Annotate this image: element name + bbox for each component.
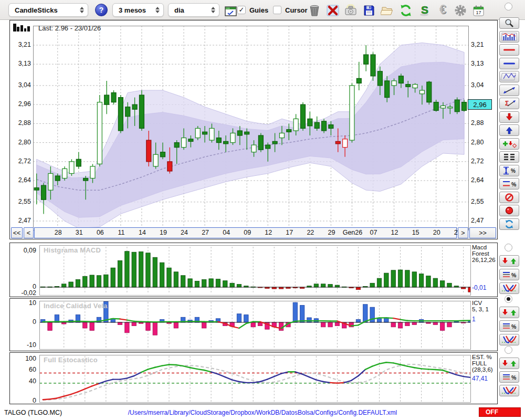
dashed-lines-icon [500,152,518,162]
status-bar: TALGO (TLGO.MC) /Users/mserra/Library/Cl… [0,405,525,420]
camera-icon [344,4,358,17]
zoom-button[interactable] [499,17,519,29]
stoch-panel-radio[interactable] [505,346,512,354]
stochastic-panel: 100 60 40 0 Full Estocastico EST. %FULL(… [9,352,498,404]
chart-window-button[interactable] [224,4,237,18]
delete-indicator-button[interactable] [326,4,340,17]
date-tick: 14 [139,229,146,236]
levels-button[interactable] [499,151,519,163]
stepper-icon [209,5,217,15]
price-tick: 3,21 [471,41,496,48]
add-signal-button[interactable] [499,138,519,150]
channel-draw-button[interactable] [499,71,519,82]
chart-window-icon [225,6,237,16]
svg-text:17: 17 [476,10,481,15]
stepper-icon [154,5,161,15]
macd-value: -0,01 [472,284,486,291]
euro-icon: € € [436,4,449,17]
red-x-icon [327,4,339,17]
svg-text:%: % [511,181,517,187]
macd-signals-button[interactable] [499,255,519,267]
stoch-y-0: 0 [11,397,36,404]
magnifier-icon [500,18,518,28]
scroll-first-button[interactable]: << [11,227,23,238]
refresh-view-button[interactable] [499,218,519,230]
scroll-next-button[interactable]: > [458,227,468,238]
delete-chart-button[interactable] [308,4,321,17]
icv-panel-radio[interactable] [505,295,512,303]
calendar-button[interactable]: 17 [471,4,485,17]
lines-percent-button[interactable]: % [499,178,519,190]
candlestick-plot[interactable] [33,26,469,230]
scroll-prev-button[interactable]: < [24,227,34,238]
save-button[interactable] [362,4,376,17]
svg-text:S: S [421,4,428,16]
guies-checkbox[interactable]: ✓ [237,6,246,14]
svg-text:€: € [439,4,446,16]
chart-type-select[interactable]: CandleSticks [8,3,88,17]
off-toggle-button[interactable]: OFF [479,407,521,417]
date-tick: 19 [160,229,167,236]
price-tick: 2,96 [10,100,31,108]
interval-select[interactable]: dia [168,3,219,17]
down-up-arrows-icon [500,359,518,368]
refresh-arrows-icon [399,4,413,17]
stoch-levels-button[interactable]: % [499,371,519,383]
price-tick: 2,88 [10,119,31,127]
icv-curves-button[interactable] [499,334,519,345]
open-button[interactable] [381,4,394,17]
settings-button[interactable] [454,4,467,17]
macd-panel-radio[interactable] [505,244,512,251]
icv-value: 1 [472,316,476,323]
icv-levels-button[interactable]: % [499,320,519,332]
price-tick: 2,72 [471,158,496,165]
buy-arrow-button[interactable] [499,124,519,136]
date-axis: << < 2831061114192427040912172229Gen2607… [10,227,498,239]
checkmark-icon: ✓ [239,6,245,14]
cursor-label: Cursor [285,6,308,14]
stoch-title: Full Estocastico [44,356,98,364]
svg-text:%: % [511,374,517,381]
macd-y-max: 0,09 [11,247,36,254]
snapshot-button[interactable] [344,4,358,17]
blue-hline-button[interactable] [499,58,519,69]
macd-panel: 0,09 0 -0,02 Histgrama MACD MacdForest26… [9,243,498,297]
main-chart-radio[interactable] [505,3,512,10]
stochastic-plot[interactable] [39,355,471,403]
cursor-checkbox[interactable] [273,6,281,14]
sell-arrow-button[interactable] [499,111,519,123]
disable-button[interactable] [499,192,519,203]
price-tick: 2,80 [10,139,31,146]
price-tick: 2,47 [471,217,496,224]
currency-button[interactable]: € € [436,4,449,17]
stoch-signals-button[interactable] [499,358,519,369]
help-button[interactable]: ? [95,4,108,16]
red-line-icon [500,45,518,55]
sync-data-button[interactable]: S [417,4,431,17]
calendar-icon: 17 [472,4,485,17]
crossing-curves-icon [500,386,518,395]
stoch-value: 47,41 [472,375,488,382]
sum-trendline-button[interactable]: Σ [499,98,519,109]
icv-params: ICV5, 3, 1 [472,300,498,312]
date-tick: 22 [307,229,314,236]
icv-signals-button[interactable] [499,307,519,318]
histogram-mode-icon[interactable] [13,22,32,33]
date-tick: 15 [412,229,419,236]
red-hline-button[interactable] [499,44,519,56]
macd-curves-button[interactable] [499,282,519,294]
price-tick: 3,04 [471,81,496,89]
record-button[interactable] [499,205,519,216]
trendline-button[interactable] [499,85,519,96]
period-select[interactable]: 3 mesos [112,3,164,17]
stoch-curves-button[interactable] [499,385,519,396]
stepper-icon [78,5,86,15]
macd-plot[interactable] [39,245,471,296]
macd-levels-button[interactable]: % [499,269,519,280]
icv-y-max: 10 [11,299,36,307]
reload-button[interactable] [399,4,413,17]
scroll-last-button[interactable]: >> [469,227,496,238]
measure-percent-button[interactable]: % [499,165,519,176]
date-tick: 12 [265,229,272,236]
indicator-window-button[interactable] [499,31,519,43]
